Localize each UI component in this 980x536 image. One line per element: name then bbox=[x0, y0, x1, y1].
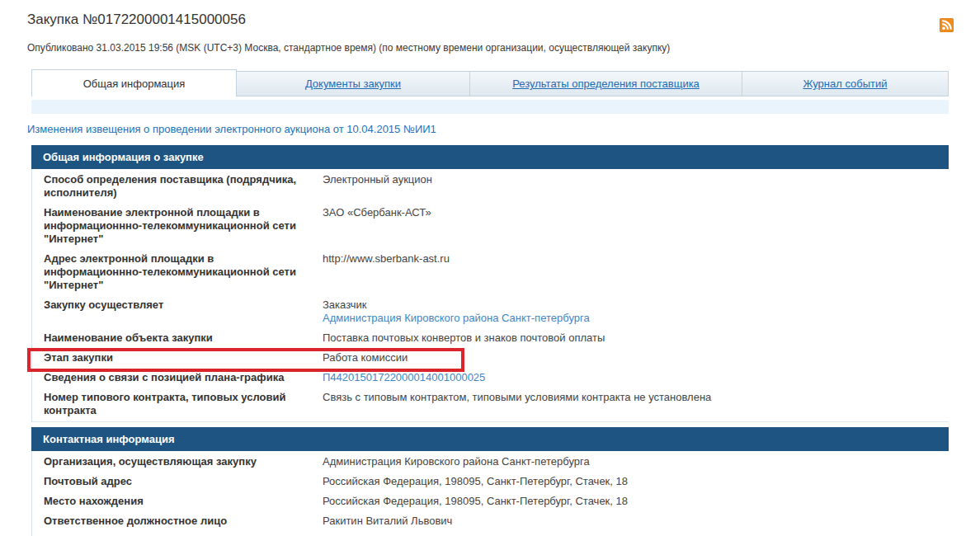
row-label: Адрес электронной площадки в информацион… bbox=[44, 252, 299, 292]
row-value: Российская Федерация, 198095, Санкт-Пете… bbox=[323, 475, 949, 488]
row-value: Связь с типовым контрактом, типовыми усл… bbox=[323, 391, 949, 417]
row-label: Организация, осуществляющая закупку bbox=[44, 455, 299, 468]
table-row: Организация, осуществляющая закупку Адми… bbox=[32, 452, 949, 472]
row-value: Работа комиссии bbox=[323, 351, 949, 364]
table-row: Наименование электронной площадки в инфо… bbox=[32, 203, 949, 249]
contact-info-rows: Организация, осуществляющая закупку Адми… bbox=[31, 451, 949, 536]
table-row: Адрес электронной площадки в информацион… bbox=[32, 249, 949, 295]
row-label: Ответственное должностное лицо bbox=[44, 515, 299, 528]
customer-role-text: Заказчик bbox=[323, 299, 949, 312]
row-label: Почтовый адрес bbox=[44, 475, 299, 488]
table-row: Место нахождения Российская Федерация, 1… bbox=[32, 491, 949, 511]
page-title: Закупка №0172200001415000056 bbox=[27, 12, 949, 28]
row-label: Этап закупки bbox=[44, 351, 299, 364]
table-row-procurement-stage: Этап закупки Работа комиссии bbox=[32, 348, 949, 368]
table-row: Ответственное должностное лицо Ракитин В… bbox=[32, 511, 949, 531]
row-value: Российская Федерация, 198095, Санкт-Пете… bbox=[323, 495, 949, 508]
row-label: Способ определения поставщика (подрядчик… bbox=[44, 173, 299, 200]
tab-link[interactable]: Результаты определения поставщика bbox=[512, 78, 700, 90]
row-value: Поставка почтовых конвертов и знаков поч… bbox=[323, 331, 949, 345]
tab-bar-bottom-strip bbox=[31, 100, 949, 114]
contact-info-section: Контактная информация Организация, осуще… bbox=[31, 427, 949, 536]
table-row: Номер типового контракта, типовых услови… bbox=[32, 388, 949, 421]
row-value: Электронный аукцион bbox=[323, 173, 949, 200]
table-row: Адрес электронной почты gz@tukir.gov.spb… bbox=[32, 531, 949, 536]
row-value: Заказчик Администрация Кировского района… bbox=[323, 299, 949, 325]
amendment-notice-link[interactable]: Изменения извещения о проведении электро… bbox=[27, 123, 949, 135]
row-value: ЗАО «Сбербанк-АСТ» bbox=[323, 206, 949, 246]
published-timestamp: Опубликовано 31.03.2015 19:56 (MSK (UTC+… bbox=[27, 42, 949, 54]
rss-icon[interactable] bbox=[940, 18, 954, 32]
row-label: Закупку осуществляет bbox=[44, 299, 299, 325]
tab-bar: Общая информация Документы закупки Резул… bbox=[31, 69, 949, 96]
tab-procurement-documents[interactable]: Документы закупки bbox=[237, 71, 470, 96]
row-label: Сведения о связи с позицией плана-график… bbox=[44, 371, 299, 384]
row-label: Наименование объекта закупки bbox=[44, 331, 299, 345]
customer-organization-link[interactable]: Администрация Кировского района Санкт-пе… bbox=[323, 312, 590, 324]
table-row: Способ определения поставщика (подрядчик… bbox=[32, 170, 949, 203]
procurement-page: Закупка №0172200001415000056 Опубликован… bbox=[31, 12, 949, 536]
table-row: Сведения о связи с позицией плана-график… bbox=[32, 368, 949, 388]
row-label: Место нахождения bbox=[44, 495, 299, 508]
tab-link[interactable]: Документы закупки bbox=[305, 78, 401, 90]
table-row: Наименование объекта закупки Поставка по… bbox=[32, 328, 949, 348]
section-header-general: Общая информация о закупке bbox=[31, 145, 949, 169]
row-label: Наименование электронной площадки в инфо… bbox=[44, 206, 299, 246]
tab-event-log[interactable]: Журнал событий bbox=[742, 71, 949, 96]
row-label: Номер типового контракта, типовых услови… bbox=[44, 391, 299, 417]
table-row: Почтовый адрес Российская Федерация, 198… bbox=[32, 472, 949, 491]
tab-supplier-determination-results[interactable]: Результаты определения поставщика bbox=[470, 71, 742, 96]
general-info-rows: Способ определения поставщика (подрядчик… bbox=[31, 169, 949, 422]
row-value: http://www.sberbank-ast.ru bbox=[323, 252, 949, 292]
row-value: Ракитин Виталий Львович bbox=[323, 515, 949, 528]
tab-label: Общая информация bbox=[83, 78, 186, 90]
tab-link[interactable]: Журнал событий bbox=[803, 78, 887, 90]
row-value: П44201501722000014001000025 bbox=[323, 371, 949, 384]
plan-schedule-position-link[interactable]: П44201501722000014001000025 bbox=[323, 371, 485, 383]
table-row: Закупку осуществляет Заказчик Администра… bbox=[32, 295, 949, 328]
tab-general-info[interactable]: Общая информация bbox=[31, 69, 237, 96]
row-value: Администрация Кировского района Санкт-пе… bbox=[323, 455, 949, 468]
section-header-contact: Контактная информация bbox=[31, 427, 949, 451]
general-info-section: Общая информация о закупке Способ опреде… bbox=[31, 145, 949, 422]
